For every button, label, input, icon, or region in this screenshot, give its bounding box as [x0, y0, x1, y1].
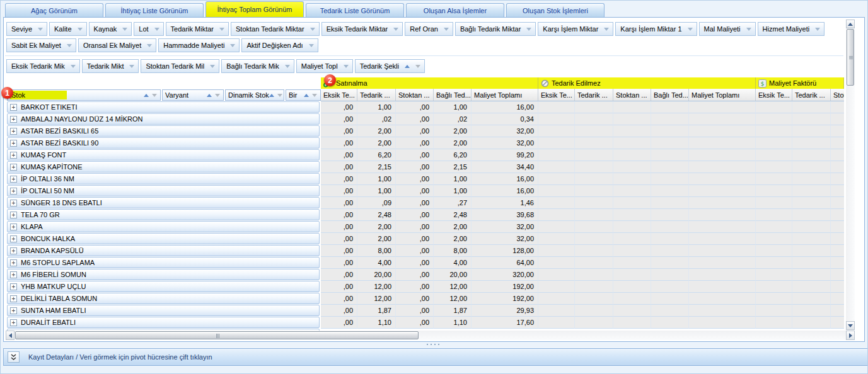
field-button-sabit-ek-maliyet[interactable]: Sabit Ek Maliyet — [6, 38, 76, 52]
pivot-cell[interactable]: 1,87 — [434, 305, 472, 317]
pivot-cell[interactable] — [756, 149, 792, 161]
pivot-cell[interactable]: 16,00 — [472, 101, 538, 113]
pivot-cell[interactable] — [689, 281, 756, 293]
pivot-cell[interactable] — [613, 173, 651, 185]
pivot-cell[interactable] — [613, 149, 651, 161]
pivot-cell[interactable] — [689, 197, 756, 209]
pivot-cell[interactable] — [651, 233, 689, 245]
pivot-cell[interactable]: 12,00 — [434, 293, 472, 305]
pivot-cell[interactable]: ,00 — [321, 101, 357, 113]
pivot-cell[interactable] — [831, 197, 844, 209]
vertical-scroll-thumb[interactable] — [847, 29, 854, 86]
pivot-cell[interactable]: ,00 — [321, 305, 357, 317]
pivot-cell[interactable] — [575, 209, 613, 221]
pivot-cell[interactable] — [613, 281, 651, 293]
pivot-cell[interactable]: 20,00 — [434, 269, 472, 281]
pivot-cell[interactable] — [756, 305, 792, 317]
pivot-cell[interactable] — [831, 221, 844, 233]
pivot-cell[interactable] — [792, 221, 831, 233]
expand-icon[interactable]: + — [10, 116, 17, 123]
pivot-cell[interactable] — [831, 269, 844, 281]
pivot-cell[interactable]: 1,10 — [434, 317, 472, 329]
pivot-cell[interactable]: 2,00 — [434, 233, 472, 245]
pivot-cell[interactable] — [831, 305, 844, 317]
field-button-tedarik-mikt[interactable]: Tedarik Mikt — [82, 59, 139, 73]
pivot-cell[interactable]: ,00 — [321, 125, 357, 137]
pivot-cell[interactable] — [538, 113, 575, 125]
pivot-cell[interactable] — [756, 269, 792, 281]
expand-icon[interactable]: + — [10, 283, 17, 290]
pivot-cell[interactable]: 2,48 — [434, 209, 472, 221]
pivot-cell[interactable]: ,00 — [396, 101, 434, 113]
sub-column-header-stoktan[interactable]: Stoktan ... — [831, 89, 844, 101]
pivot-cell[interactable]: ,00 — [321, 257, 357, 269]
pivot-cell[interactable] — [689, 101, 756, 113]
pivot-cell[interactable] — [613, 197, 651, 209]
pivot-cell[interactable]: 12,00 — [434, 281, 472, 293]
field-button-lot[interactable]: Lot — [134, 22, 163, 36]
pivot-cell[interactable] — [831, 173, 844, 185]
pivot-cell[interactable] — [651, 125, 689, 137]
pivot-cell[interactable]: ,02 — [434, 113, 472, 125]
expand-icon[interactable]: + — [10, 200, 17, 207]
sub-column-header-tedarik[interactable]: Tedarik ... — [575, 89, 613, 101]
field-button-ba-l-tedarik-miktar[interactable]: Bağlı Tedarik Miktar — [455, 22, 536, 36]
pivot-cell[interactable] — [756, 197, 792, 209]
pivot-cell[interactable] — [792, 197, 831, 209]
row-field-header-varyant[interactable]: Varyant — [162, 89, 224, 101]
field-button-aktif-de-i-ken-ad[interactable]: Aktif Değişken Adı — [241, 38, 318, 52]
pivot-cell[interactable] — [651, 101, 689, 113]
pivot-cell[interactable] — [756, 245, 792, 257]
pivot-cell[interactable]: 2,00 — [357, 221, 396, 233]
pivot-cell[interactable]: ,00 — [321, 197, 357, 209]
pivot-cell[interactable]: 192,00 — [472, 281, 538, 293]
pivot-cell[interactable] — [689, 317, 756, 329]
pivot-cell[interactable] — [538, 209, 575, 221]
pivot-cell[interactable] — [575, 161, 613, 173]
pivot-cell[interactable] — [831, 101, 844, 113]
pivot-cell[interactable]: 34,40 — [472, 161, 538, 173]
field-button-eksik-tedarik-mik[interactable]: Eksik Tedarik Mik — [6, 59, 80, 73]
row-header-tela-70-gr[interactable]: +TELA 70 GR — [7, 209, 320, 220]
tab-olu-an-stok-i-lemleri[interactable]: Oluşan Stok İşlemleri — [506, 3, 605, 17]
tab-tedarik-liste-g-r-n-m[interactable]: Tedarik Liste Görünüm — [306, 3, 404, 17]
column-group-maliyet-fakt-r[interactable]: $Maliyet Faktörü — [756, 77, 844, 89]
pivot-cell[interactable]: ,09 — [357, 197, 396, 209]
pivot-cell[interactable]: ,00 — [396, 113, 434, 125]
expand-icon[interactable]: + — [10, 104, 17, 111]
pivot-cell[interactable] — [613, 137, 651, 149]
pivot-cell[interactable]: ,00 — [321, 209, 357, 221]
pivot-cell[interactable] — [538, 269, 575, 281]
pivot-cell[interactable] — [575, 281, 613, 293]
pivot-cell[interactable] — [575, 305, 613, 317]
record-details-bar[interactable]: Kayıt Detayları / Veri görmek için pivot… — [3, 348, 868, 366]
row-header-i-p-oltali-36-nm[interactable]: +İP OLTALI 36 NM — [7, 173, 320, 184]
pivot-cell[interactable]: 12,00 — [357, 281, 396, 293]
pivot-cell[interactable]: 2,00 — [357, 125, 396, 137]
pivot-cell[interactable] — [575, 125, 613, 137]
row-header-boncuk-halka[interactable]: +BONCUK HALKA — [7, 233, 320, 244]
pivot-cell[interactable] — [792, 245, 831, 257]
pivot-cell[interactable]: 39,68 — [472, 209, 538, 221]
field-button-maliyet-topl[interactable]: Maliyet Topl — [296, 59, 353, 73]
expand-icon[interactable]: + — [10, 140, 17, 147]
field-button-tedarik-miktar[interactable]: Tedarik Miktar — [166, 22, 229, 36]
pivot-cell[interactable]: ,00 — [321, 317, 357, 329]
tab-i-htiya-toplam-g-r-n-m[interactable]: İhtiyaç Toplam Görünüm — [205, 1, 304, 17]
pivot-cell[interactable] — [792, 257, 831, 269]
pivot-cell[interactable]: ,00 — [321, 173, 357, 185]
pivot-cell[interactable] — [613, 185, 651, 197]
expand-icon[interactable]: + — [10, 128, 17, 135]
field-button-kaynak[interactable]: Kaynak — [89, 22, 132, 36]
pivot-cell[interactable]: 64,00 — [472, 257, 538, 269]
pivot-cell[interactable] — [538, 137, 575, 149]
pivot-cell[interactable]: 20,00 — [357, 269, 396, 281]
pivot-cell[interactable] — [756, 137, 792, 149]
expand-icon[interactable]: + — [10, 164, 17, 171]
field-button-kar-i-lem-miktar-1[interactable]: Karşı İşlem Miktar 1 — [615, 22, 697, 36]
sort-descending-icon[interactable] — [312, 94, 317, 97]
field-button-eksik-tedarik-miktar[interactable]: Eksik Tedarik Miktar — [321, 22, 403, 36]
pivot-cell[interactable] — [575, 137, 613, 149]
pivot-cell[interactable] — [792, 137, 831, 149]
pivot-cell[interactable] — [756, 209, 792, 221]
